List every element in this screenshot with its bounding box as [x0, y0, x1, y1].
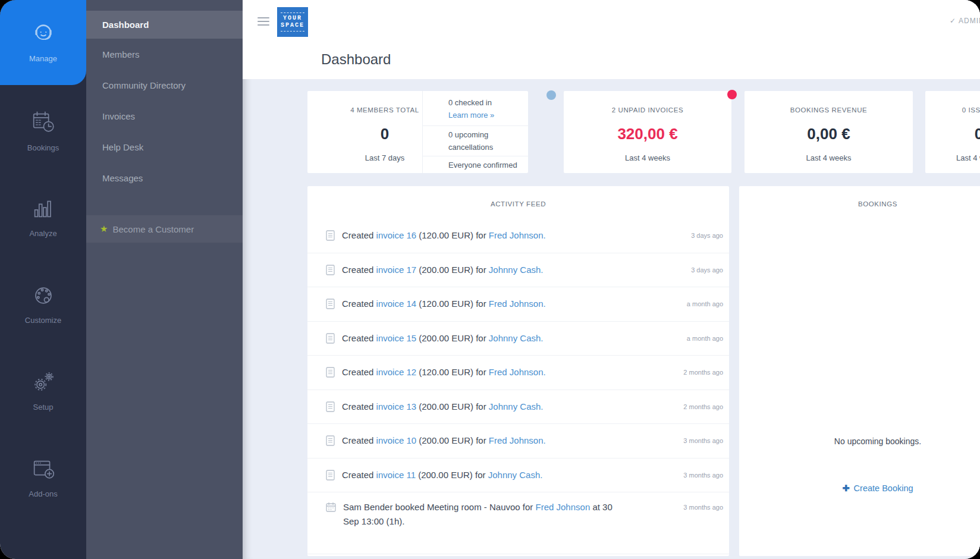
- app-frame: Manage Bookings: [0, 0, 980, 559]
- activity-timestamp: 2 months ago: [683, 403, 729, 410]
- cancellations-line1: 0 upcoming: [448, 130, 488, 139]
- rail-item-analyze[interactable]: Analyze: [0, 194, 86, 237]
- invoice-link[interactable]: invoice 12: [376, 367, 417, 377]
- member-link[interactable]: Fred Johnson.: [489, 299, 546, 309]
- become-a-customer-label: Become a Customer: [112, 224, 194, 234]
- yourspace-logo-text: YOUR SPACE: [281, 12, 304, 32]
- member-link[interactable]: Fred Johnson.: [489, 367, 546, 377]
- sidebar-item-members[interactable]: Members: [102, 49, 140, 59]
- rail-label: Analyze: [29, 230, 56, 237]
- sidebar-item-messages[interactable]: Messages: [102, 173, 143, 183]
- invoice-link[interactable]: invoice 11: [376, 470, 416, 480]
- bookings-revenue-stat-card: BOOKINGS REVENUE 0,00 € Last 4 weeks: [745, 91, 913, 173]
- invoice-document-icon: [326, 401, 335, 412]
- member-link[interactable]: Johnny Cash.: [489, 401, 544, 412]
- hamburger-menu-icon[interactable]: [257, 17, 269, 26]
- activity-text: Created invoice 10 (200.00 EUR) for Fred…: [342, 434, 546, 448]
- bookings-panel-title: BOOKINGS: [739, 186, 980, 208]
- member-link[interactable]: Johnny Cash.: [489, 265, 544, 275]
- issues-stat-card: 0 ISSUES 0 Last 4 weeks: [925, 91, 980, 173]
- stat-subtitle: Last 4 weeks: [925, 153, 980, 162]
- activity-feed-row: Created invoice 11 (200.00 EUR) for John…: [307, 458, 729, 493]
- rail-item-bookings[interactable]: Bookings: [0, 109, 86, 152]
- activity-timestamp: 2 months ago: [683, 369, 729, 376]
- stat-title: 0 ISSUES: [925, 106, 980, 114]
- sidebar-item-dashboard[interactable]: Dashboard: [86, 11, 243, 39]
- invoice-link[interactable]: invoice 15: [376, 333, 417, 343]
- activity-text: Created invoice 13 (200.00 EUR) for John…: [342, 400, 544, 414]
- learn-more-link[interactable]: Learn more »: [448, 111, 494, 120]
- rail-item-manage[interactable]: Manage: [0, 20, 86, 62]
- bookings-panel: BOOKINGS No upcoming bookings. ✚Create B…: [739, 186, 980, 556]
- stat-value: 0: [925, 125, 980, 143]
- invoice-link[interactable]: invoice 10: [376, 435, 417, 445]
- window-plus-icon: [30, 455, 57, 482]
- activity-feed-booking-row: Sam Bender booked Meeting room - Nauvoo …: [307, 492, 729, 554]
- check-icon: ✓: [950, 17, 956, 25]
- yourspace-logo[interactable]: YOUR SPACE: [277, 7, 308, 37]
- activity-timestamp: 3 months ago: [683, 500, 729, 511]
- invoice-document-icon: [326, 470, 335, 481]
- sidebar-item-help-desk[interactable]: Help Desk: [102, 142, 143, 152]
- activity-text: Created invoice 15 (200.00 EUR) for John…: [342, 331, 544, 346]
- activity-feed-panel: ACTIVITY FEED Created invoice 16 (120.00…: [307, 186, 729, 556]
- activity-feed-row: Created invoice 16 (120.00 EUR) for Fred…: [307, 219, 729, 253]
- member-link[interactable]: Johnny Cash.: [489, 333, 544, 343]
- stat-title: 2 UNPAID INVOICES: [564, 106, 731, 114]
- invoice-document-icon: [326, 435, 335, 446]
- become-a-customer-button[interactable]: ★ Become a Customer: [86, 215, 243, 243]
- invoice-document-icon: [326, 265, 335, 275]
- confirmed-text: Everyone confirmed: [448, 161, 517, 169]
- activity-feed-title: ACTIVITY FEED: [307, 186, 729, 208]
- members-status-dot: [546, 90, 556, 100]
- everyone-confirmed-row: Everyone confirmed: [423, 156, 529, 173]
- rail-label: Bookings: [27, 144, 59, 152]
- palette-icon: [30, 281, 57, 309]
- sidebar-item-invoices[interactable]: Invoices: [102, 111, 135, 121]
- invoice-link[interactable]: invoice 14: [376, 299, 417, 309]
- member-link[interactable]: Fred Johnson.: [489, 435, 546, 445]
- sidebar-item-community-directory[interactable]: Community Directory: [102, 80, 186, 90]
- member-link[interactable]: Fred Johnson: [536, 502, 590, 512]
- rail-label: Customize: [25, 316, 61, 324]
- invoice-document-icon: [326, 367, 335, 378]
- cancellations-line2: cancellations: [448, 143, 493, 152]
- stat-title: BOOKINGS REVENUE: [745, 106, 913, 114]
- invoice-document-icon: [326, 299, 335, 309]
- rail-label: Setup: [33, 403, 54, 411]
- activity-timestamp: 3 days ago: [691, 266, 729, 274]
- upcoming-cancellations-row: 0 upcoming cancellations: [423, 126, 529, 156]
- activity-text: Created invoice 16 (120.00 EUR) for Fred…: [342, 228, 546, 243]
- star-icon: ★: [100, 224, 108, 234]
- members-status-section: 0 checked in Learn more » 0 upcoming can…: [422, 91, 529, 173]
- invoice-document-icon: [326, 333, 335, 344]
- activity-timestamp: a month ago: [687, 300, 729, 307]
- stat-value: 320,00 €: [564, 125, 731, 143]
- create-booking-label: Create Booking: [854, 483, 913, 493]
- member-link[interactable]: Fred Johnson.: [489, 230, 546, 240]
- icon-rail: Manage Bookings: [0, 0, 86, 559]
- rail-label: Manage: [29, 55, 57, 62]
- account-label: ADMIN: [959, 17, 980, 25]
- stat-subtitle: Last 4 weeks: [564, 153, 731, 162]
- invoice-link[interactable]: invoice 13: [376, 401, 417, 412]
- rail-item-add-ons[interactable]: Add-ons: [0, 455, 86, 498]
- activity-text: Created invoice 17 (200.00 EUR) for John…: [342, 263, 544, 277]
- member-link[interactable]: Johnny Cash.: [488, 470, 543, 480]
- activity-text: Sam Bender booked Meeting room - Nauvoo …: [343, 500, 629, 529]
- rail-label: Add-ons: [29, 490, 57, 498]
- activity-timestamp: 3 days ago: [691, 232, 729, 239]
- activity-feed-row: Created invoice 10 (200.00 EUR) for Fred…: [307, 424, 729, 458]
- account-menu[interactable]: ✓ADMIN: [950, 17, 980, 25]
- activity-feed-rows: Created invoice 16 (120.00 EUR) for Fred…: [307, 219, 729, 554]
- unpaid-invoices-stat-card: 2 UNPAID INVOICES 320,00 € Last 4 weeks: [564, 91, 731, 173]
- rail-item-setup[interactable]: Setup: [0, 368, 86, 411]
- activity-feed-row: Created invoice 17 (200.00 EUR) for John…: [307, 253, 729, 288]
- gears-icon: [30, 368, 57, 395]
- rail-item-customize[interactable]: Customize: [0, 281, 86, 324]
- checked-in-row: 0 checked in Learn more »: [423, 91, 529, 126]
- no-bookings-text: No upcoming bookings.: [739, 436, 980, 446]
- invoice-link[interactable]: invoice 16: [376, 230, 417, 240]
- invoice-link[interactable]: invoice 17: [376, 265, 417, 275]
- create-booking-button[interactable]: ✚Create Booking: [739, 483, 980, 493]
